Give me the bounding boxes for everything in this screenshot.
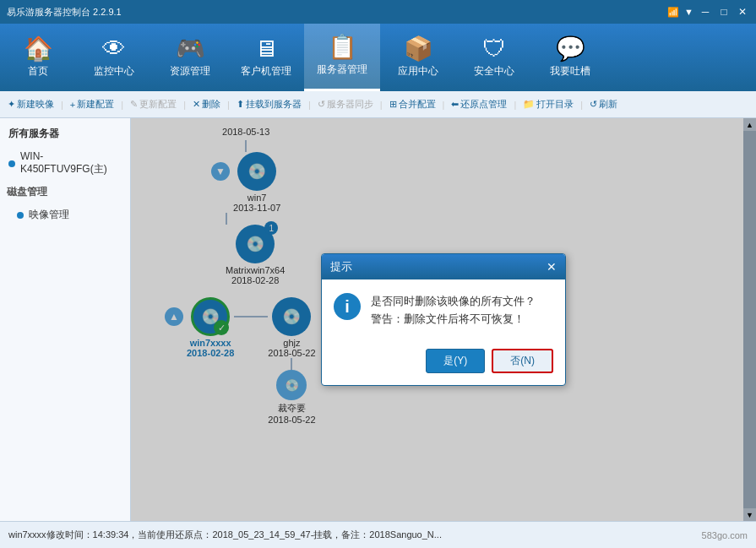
nav-server[interactable]: 📋 服务器管理 (304, 24, 380, 91)
dialog-message-line1: 是否同时删除该映像的所有文件？ (371, 293, 536, 311)
delete-icon: ✕ (193, 99, 200, 110)
wifi-icon: 📶 (667, 7, 679, 18)
merge-label: 合并配置 (399, 98, 436, 111)
nav-feedback[interactable]: 💬 我要吐槽 (532, 24, 608, 91)
status-logo: 583go.com (702, 530, 748, 540)
disk-label: 磁盘管理 (7, 185, 47, 199)
sep6: | (380, 100, 383, 110)
feedback-icon: 💬 (556, 37, 585, 61)
dialog-title-bar: 提示 ✕ (322, 254, 565, 279)
sidebar-item-server1[interactable]: WIN-K450FTUV9FG(主) (0, 146, 130, 181)
nav-security[interactable]: 🛡 安全中心 (456, 24, 532, 91)
client-icon: 🖥 (254, 37, 278, 61)
open-dir-icon: 📁 (523, 99, 535, 110)
sidebar-header: 所有服务器 (0, 122, 130, 146)
dialog-title: 提示 (330, 259, 352, 274)
dialog-footer: 是(Y) 否(N) (322, 342, 565, 385)
app-icon: 📦 (404, 37, 433, 61)
status-text: win7xxxx修改时间：14:39:34，当前使用还原点：2018_05_23… (8, 529, 442, 541)
sync-button[interactable]: ↺ 服务器同步 (313, 96, 378, 112)
nav-bar: 🏠 首页 👁 监控中心 🎮 资源管理 🖥 客户机管理 📋 服务器管理 📦 应用中… (0, 24, 756, 91)
dialog-info-icon: i (334, 293, 361, 320)
toolbar: ✦ 新建映像 | + 新建配置 | ✎ 更新配置 | ✕ 删除 | ⬆ 挂载到服… (0, 91, 756, 118)
dialog-message-line2: 警告：删除文件后将不可恢复！ (371, 311, 536, 328)
title-bar: 易乐游服务器控制台 2.2.9.1 📶 ▼ ─ □ ✕ (0, 0, 756, 24)
nav-client[interactable]: 🖥 客户机管理 (228, 24, 304, 91)
nav-feedback-label: 我要吐槽 (550, 64, 590, 79)
server1-label: WIN-K450FTUV9FG(主) (20, 150, 122, 176)
open-dir-button[interactable]: 📁 打开目录 (519, 96, 578, 112)
sep7: | (443, 100, 445, 110)
dialog-yes-button[interactable]: 是(Y) (426, 349, 485, 373)
home-icon: 🏠 (24, 37, 53, 61)
monitor-icon: 👁 (102, 37, 126, 61)
nav-monitor[interactable]: 👁 监控中心 (76, 24, 152, 91)
new-image-label: 新建映像 (17, 98, 54, 111)
sidebar: 所有服务器 WIN-K450FTUV9FG(主) 磁盘管理 映像管理 (0, 118, 131, 521)
nav-server-label: 服务器管理 (317, 62, 367, 77)
new-image-button[interactable]: ✦ 新建映像 (3, 96, 58, 112)
maximize-button[interactable]: □ (717, 5, 731, 19)
edit-config-button[interactable]: ✎ 更新配置 (126, 96, 181, 112)
server-dot-icon (8, 160, 15, 167)
nav-home[interactable]: 🏠 首页 (0, 24, 76, 91)
sep4: | (227, 100, 230, 110)
refresh-icon: ↺ (590, 99, 597, 110)
sep9: | (580, 100, 583, 110)
new-config-button[interactable]: + 新建配置 (66, 96, 118, 112)
restore-button[interactable]: ⬅ 还原点管理 (447, 96, 511, 112)
sync-icon: ↺ (318, 99, 325, 110)
new-config-icon: + (70, 100, 75, 110)
nav-client-label: 客户机管理 (241, 64, 291, 79)
delete-button[interactable]: ✕ 删除 (188, 96, 225, 112)
dialog-body: i 是否同时删除该映像的所有文件？ 警告：删除文件后将不可恢复！ (322, 279, 565, 342)
nav-resource-label: 资源管理 (170, 64, 210, 79)
dialog-no-button[interactable]: 否(N) (492, 349, 553, 373)
nav-security-label: 安全中心 (474, 64, 514, 79)
sep3: | (183, 100, 186, 110)
mount-icon: ⬆ (237, 99, 244, 110)
title-controls: 📶 ▼ ─ □ ✕ (667, 5, 749, 19)
minimize-button[interactable]: ─ (699, 5, 712, 19)
main-area: 所有服务器 WIN-K450FTUV9FG(主) 磁盘管理 映像管理 2018-… (0, 118, 756, 521)
nav-app-label: 应用中心 (398, 64, 438, 79)
nav-home-label: 首页 (28, 64, 48, 79)
sep8: | (514, 100, 516, 110)
server-icon: 📋 (328, 35, 357, 59)
resource-icon: 🎮 (176, 37, 205, 61)
nav-app[interactable]: 📦 应用中心 (380, 24, 456, 91)
sync-label: 服务器同步 (327, 98, 373, 111)
signal-icon: ▼ (684, 7, 693, 17)
dialog-message: 是否同时删除该映像的所有文件？ 警告：删除文件后将不可恢复！ (371, 293, 536, 328)
nav-resource[interactable]: 🎮 资源管理 (152, 24, 228, 91)
content-area: 2018-05-13 ▼ 💿 win7 (131, 118, 756, 521)
sep5: | (308, 100, 311, 110)
sidebar-image-group[interactable]: 映像管理 (0, 203, 130, 226)
delete-label: 删除 (202, 98, 220, 111)
sidebar-disk-group[interactable]: 磁盘管理 (0, 181, 130, 203)
sep1: | (61, 100, 63, 110)
mount-label: 挂载到服务器 (246, 98, 302, 111)
merge-button[interactable]: ⊞ 合并配置 (385, 96, 440, 112)
image-dot-icon (17, 212, 24, 219)
restore-icon: ⬅ (451, 99, 459, 110)
nav-monitor-label: 监控中心 (94, 64, 134, 79)
refresh-button[interactable]: ↺ 刷新 (585, 96, 622, 112)
new-config-label: 新建配置 (77, 98, 114, 111)
close-button[interactable]: ✕ (736, 5, 749, 19)
mount-button[interactable]: ⬆ 挂载到服务器 (232, 96, 306, 112)
sep2: | (121, 100, 123, 110)
refresh-label: 刷新 (599, 98, 617, 111)
dialog: 提示 ✕ i 是否同时删除该映像的所有文件？ 警告：删除文件后将不可恢复！ 是(… (321, 253, 566, 386)
image-label: 映像管理 (29, 208, 69, 222)
dialog-overlay: 提示 ✕ i 是否同时删除该映像的所有文件？ 警告：删除文件后将不可恢复！ 是(… (131, 118, 756, 521)
status-bar: win7xxxx修改时间：14:39:34，当前使用还原点：2018_05_23… (0, 521, 756, 548)
edit-config-icon: ✎ (130, 99, 138, 110)
dialog-close-button[interactable]: ✕ (547, 260, 557, 274)
open-dir-label: 打开目录 (536, 98, 574, 111)
edit-config-label: 更新配置 (139, 98, 177, 111)
security-icon: 🛡 (482, 37, 506, 61)
app-title: 易乐游服务器控制台 2.2.9.1 (7, 6, 122, 19)
restore-label: 还原点管理 (460, 98, 507, 111)
new-image-icon: ✦ (8, 99, 15, 110)
